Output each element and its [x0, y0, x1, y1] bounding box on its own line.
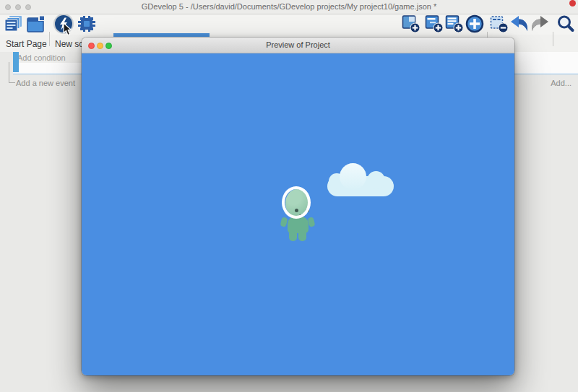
add-choose-event-button[interactable] [465, 14, 484, 35]
remove-event-button[interactable] [490, 14, 509, 35]
alien-body [288, 217, 309, 233]
add-comment-button[interactable] [445, 14, 464, 35]
preview-zoom-button[interactable] [105, 43, 112, 49]
preview-close-button[interactable] [88, 43, 95, 49]
undo-icon [509, 15, 529, 35]
close-button[interactable] [5, 4, 11, 10]
redo-button[interactable] [530, 14, 550, 35]
add-event-icon [402, 14, 420, 35]
alien-arm [308, 217, 316, 227]
project-manager-icon [4, 15, 23, 34]
preview-window-title: Preview of Project [82, 38, 514, 53]
tab-start-page[interactable]: Start Page [6, 35, 47, 52]
mouse-cursor-icon [63, 23, 73, 38]
search-button[interactable] [556, 14, 575, 35]
add-choose-event-icon [465, 14, 484, 35]
game-viewport[interactable] [82, 53, 514, 375]
preview-button[interactable] [53, 14, 74, 35]
scene-editor-icon [27, 15, 46, 35]
add-comment-icon [445, 14, 464, 35]
selection-ring [282, 186, 311, 219]
main-toolbar [0, 14, 578, 35]
cloud-sprite [327, 163, 394, 196]
toolbar-separator [553, 32, 553, 46]
preview-titlebar[interactable]: Preview of Project [82, 38, 514, 53]
recording-indicator-dot [569, 0, 576, 6]
debugger-icon [77, 15, 96, 35]
project-manager-button[interactable] [4, 14, 23, 35]
add-event-button[interactable] [402, 14, 420, 35]
undo-button[interactable] [509, 14, 529, 35]
redo-icon [530, 15, 550, 35]
add-subevent-icon [425, 14, 444, 35]
search-icon [556, 14, 575, 35]
preview-minimize-button[interactable] [97, 43, 103, 49]
minimize-button[interactable] [15, 4, 21, 10]
preview-progress-bar [113, 33, 210, 37]
debugger-button[interactable] [77, 14, 96, 35]
maximize-button[interactable] [25, 4, 31, 10]
app-titlebar: GDevelop 5 - /Users/david/Documents/GDev… [0, 0, 578, 14]
scene-editor-button[interactable] [26, 14, 46, 35]
add-subevent-button[interactable] [425, 14, 444, 35]
remove-event-icon [490, 14, 509, 35]
add-new-event-link[interactable]: Add a new event [16, 79, 75, 87]
event-tree-connector [9, 62, 15, 83]
add-condition-link[interactable]: Add condition [17, 53, 66, 62]
alien-arm [280, 217, 288, 227]
alien-player-sprite [280, 185, 315, 243]
toolbar-separator [49, 32, 50, 46]
app-window-title: GDevelop 5 - /Users/david/Documents/GDev… [0, 0, 578, 14]
preview-window[interactable]: Preview of Project [82, 38, 514, 375]
add-more-link[interactable]: Add... [551, 79, 571, 87]
